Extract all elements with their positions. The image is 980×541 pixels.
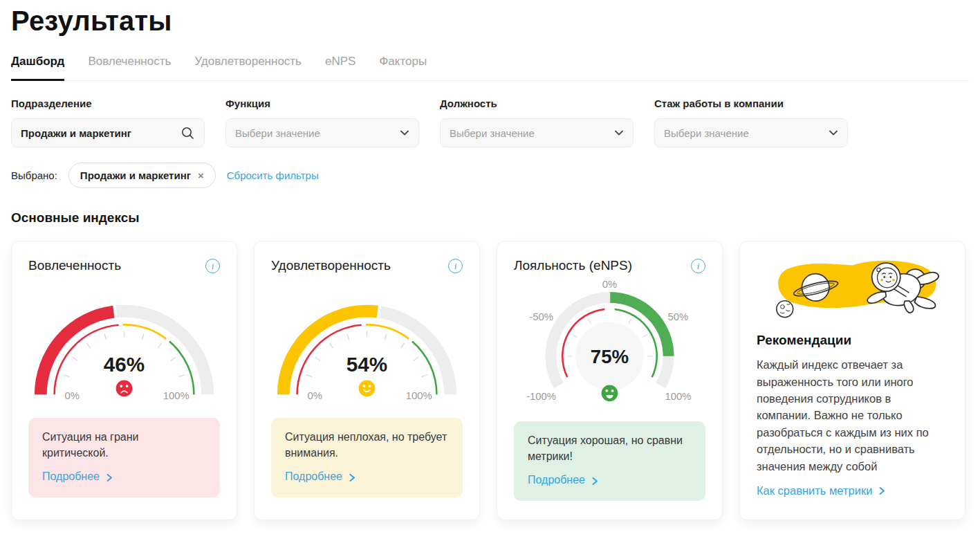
svg-text:50%: 50%	[668, 311, 689, 322]
svg-text:100%: 100%	[406, 390, 432, 401]
enps-card: Лояльность (eNPS) i 75%-100%-50%0%50%100…	[497, 241, 723, 520]
filter-function: Функция Выбери значение	[225, 98, 419, 147]
svg-text:75%: 75%	[591, 346, 629, 367]
chip-label: Продажи и маркетинг	[80, 169, 191, 181]
chevron-right-icon	[106, 473, 113, 482]
status-box: Ситуация неплохая, но требует внимания. …	[271, 418, 463, 497]
compare-metrics-link[interactable]: Как сравнить метрики	[757, 484, 948, 497]
details-link[interactable]: Подробнее	[285, 469, 355, 485]
filter-tenure-label: Стаж работы в компании	[654, 98, 848, 109]
details-link[interactable]: Подробнее	[528, 473, 598, 488]
filter-tenure: Стаж работы в компании Выбери значение	[654, 98, 848, 147]
recommendations-body: Каждый индекс отвечает за выраженность т…	[757, 356, 948, 475]
card-title: Лояльность (eNPS)	[514, 258, 632, 273]
tabs: Дашборд Вовлеченность Удовлетворенность …	[11, 55, 969, 81]
filter-position: Должность Выбери значение	[440, 98, 634, 147]
chevron-right-icon	[349, 473, 355, 482]
chevron-down-icon	[614, 129, 624, 136]
function-select[interactable]: Выбери значение	[225, 118, 419, 147]
division-search-input[interactable]	[21, 127, 181, 139]
results-page: Результаты Дашборд Вовлеченность Удовлет…	[0, 0, 980, 534]
page-title: Результаты	[11, 6, 969, 37]
cosmonaut-illustration	[754, 257, 952, 320]
position-select[interactable]: Выбери значение	[440, 118, 634, 147]
index-cards: Вовлеченность i 46%0%100% Ситуация на гр…	[11, 241, 969, 520]
status-text: Ситуация на грани критической.	[42, 430, 206, 461]
recommendations-title: Рекомендации	[757, 333, 948, 348]
svg-text:100%: 100%	[665, 391, 691, 402]
selected-label: Выбрано:	[11, 169, 57, 181]
tab-satisfaction[interactable]: Удовлетворенность	[194, 55, 302, 81]
svg-text:100%: 100%	[163, 390, 189, 401]
svg-text:0%: 0%	[602, 279, 617, 290]
selected-filter-chip[interactable]: Продажи и маркетинг ×	[68, 163, 216, 188]
status-text: Ситуация неплохая, но требует внимания.	[285, 430, 449, 461]
info-icon[interactable]: i	[448, 259, 463, 273]
engagement-card: Вовлеченность i 46%0%100% Ситуация на гр…	[11, 241, 237, 520]
status-text: Ситуация хорошая, но сравни метрики!	[528, 433, 692, 464]
filter-division-label: Подразделение	[11, 98, 205, 109]
tab-factors[interactable]: Факторы	[379, 55, 427, 81]
enps-gauge: 75%-100%-50%0%50%100%	[514, 275, 705, 421]
division-search-box[interactable]	[11, 118, 205, 147]
details-link[interactable]: Подробнее	[42, 469, 113, 485]
satisfaction-gauge: 54%0%100%	[271, 295, 463, 405]
tab-enps[interactable]: eNPS	[325, 55, 355, 81]
moon-icon	[777, 301, 793, 318]
chevron-right-icon	[878, 486, 885, 495]
tab-engagement[interactable]: Вовлеченность	[88, 55, 171, 81]
satisfaction-card: Удовлетворенность i 54%0%100% Ситуация н…	[254, 241, 480, 520]
tenure-select[interactable]: Выбери значение	[654, 118, 848, 147]
search-icon	[181, 126, 195, 140]
chevron-right-icon	[591, 477, 598, 486]
chip-remove-icon[interactable]: ×	[198, 170, 204, 181]
info-icon[interactable]: i	[691, 259, 705, 273]
filter-position-label: Должность	[440, 98, 634, 109]
filter-division: Подразделение	[11, 98, 205, 147]
chevron-down-icon	[829, 129, 838, 136]
engagement-gauge: 46%0%100%	[28, 295, 220, 405]
recommendations-card: Рекомендации Каждый индекс отвечает за в…	[739, 241, 965, 520]
filter-function-label: Функция	[225, 98, 419, 109]
svg-text:54%: 54%	[346, 353, 387, 376]
selected-filters-row: Выбрано: Продажи и маркетинг × Сбросить …	[11, 163, 969, 188]
svg-text:-50%: -50%	[529, 311, 553, 322]
svg-text:46%: 46%	[104, 353, 145, 376]
card-title: Удовлетворенность	[271, 258, 391, 273]
svg-text:0%: 0%	[308, 390, 322, 401]
card-title: Вовлеченность	[28, 258, 121, 273]
chevron-down-icon	[400, 129, 409, 136]
status-box: Ситуация хорошая, но сравни метрики! Под…	[514, 421, 705, 501]
section-heading: Основные индексы	[11, 210, 969, 226]
tab-dashboard[interactable]: Дашборд	[11, 55, 64, 81]
info-icon[interactable]: i	[205, 259, 220, 273]
svg-text:0%: 0%	[65, 390, 80, 401]
filters-row: Подразделение Функция Выбери значение До…	[11, 98, 969, 147]
svg-text:-100%: -100%	[526, 391, 556, 402]
status-box: Ситуация на грани критической. Подробнее	[28, 418, 220, 497]
reset-filters-link[interactable]: Сбросить фильтры	[227, 169, 319, 181]
